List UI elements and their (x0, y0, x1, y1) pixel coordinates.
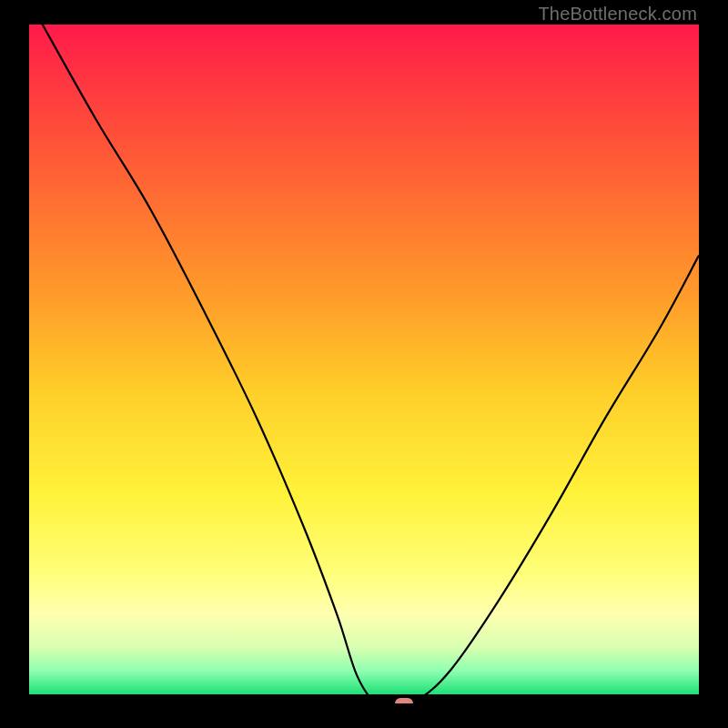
optimal-marker (395, 698, 413, 703)
plot-area (29, 25, 699, 703)
bottleneck-curve (29, 25, 699, 703)
watermark-text: TheBottleneck.com (538, 4, 697, 25)
chart-frame: TheBottleneck.com (0, 0, 728, 728)
